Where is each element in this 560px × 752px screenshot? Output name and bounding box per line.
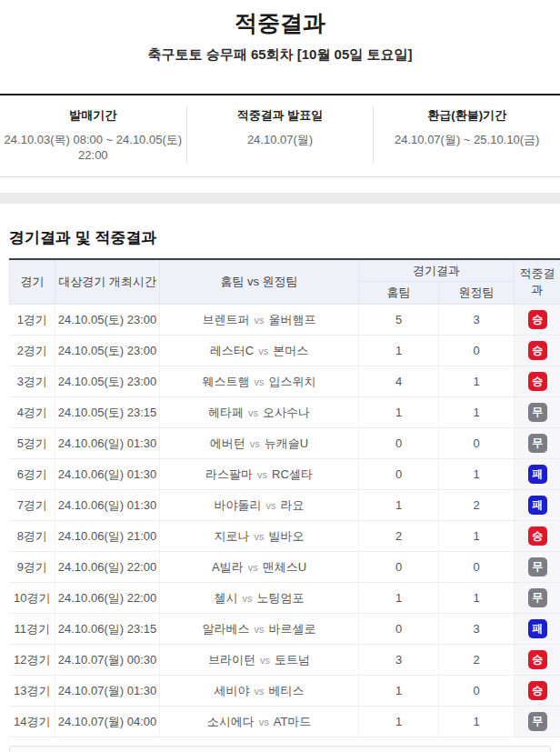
home-score: 0 [359,428,439,459]
vs-label: vs [254,346,273,356]
result-badge: 무 [528,434,547,453]
home-score: 0 [359,552,439,583]
info-value: 24.10.03(목) 08:00 ~ 24.10.05(토) 22:00 [0,132,186,162]
vs-label: vs [250,624,269,635]
table-row: 12경기 24.10.07(월) 00:30 브라이턴vs토트넘 3 2 승 [10,645,560,676]
home-score: 2 [359,521,439,552]
hit-result-cell: 패 [515,614,560,645]
game-number: 8경기 [10,521,55,552]
matchup: 라스팔마vsRC셀타 [160,459,359,490]
vs-label: vs [245,438,265,449]
game-number: 12경기 [10,645,55,676]
matchup: 세비야vs베티스 [160,676,359,707]
hit-result-cell: 승 [515,366,560,397]
hit-result-cell: 무 [515,583,560,614]
game-number: 1경기 [10,305,55,336]
game-number: 2경기 [10,336,55,366]
away-team: 오사수나 [263,406,310,419]
home-score: 3 [359,645,439,676]
game-time: 24.10.07(월) 00:30 [55,645,160,676]
table-row: 3경기 24.10.05(토) 23:00 웨스트햄vs입스위치 4 1 승 [10,366,560,397]
away-score: 1 [439,397,515,428]
col-header-away: 원정팀 [439,282,515,305]
vs-label: vs [250,686,269,697]
col-header-game: 경기 [10,259,55,305]
matchup: 알라베스vs바르셀로 [160,614,359,645]
game-time: 24.10.05(토) 23:00 [55,336,160,366]
results-table-body: 1경기 24.10.05(토) 23:00 브렌트퍼vs울버햄프 5 3 승 2… [10,305,560,737]
result-badge: 승 [528,310,547,329]
info-label: 환급(환불)기간 [374,107,560,124]
result-badge: 무 [528,557,547,577]
matchup: 브렌트퍼vs울버햄프 [160,305,359,336]
table-row: 5경기 24.10.06(일) 01:30 에버턴vs뉴캐슬U 0 0 무 [10,428,560,459]
info-refund-period: 환급(환불)기간 24.10.07(월) ~ 25.10.10(금) [373,107,560,162]
away-team: 빌바오 [269,529,305,543]
results-table: 경기 대상경기 개최시간 홈팀 vs 원정팀 경기결과 적중결과 홈팀 원정팀 … [9,258,560,738]
table-row: 6경기 24.10.06(일) 01:30 라스팔마vsRC셀타 0 1 패 [10,459,560,490]
home-team: 첼시 [215,591,238,605]
hit-result-cell: 승 [515,645,560,676]
home-team: A빌라 [212,560,244,574]
home-team: 세비야 [215,684,250,697]
game-time: 24.10.06(일) 22:00 [55,583,160,614]
hit-result-cell: 무 [515,428,560,459]
table-row: 1경기 24.10.05(토) 23:00 브렌트퍼vs울버햄프 5 3 승 [10,305,560,336]
game-number: 9경기 [10,552,55,583]
home-score: 1 [359,707,439,737]
home-team: 라스팔마 [205,467,253,481]
home-score: 1 [359,490,439,521]
away-team: AT마드 [274,715,312,728]
game-time: 24.10.05(토) 23:15 [55,397,160,428]
game-number: 7경기 [10,490,55,521]
game-number: 10경기 [10,583,55,614]
hit-result-cell: 패 [515,459,560,490]
matchup: 소시에다vsAT마드 [160,707,359,737]
home-team: 에버턴 [210,436,245,450]
vs-label: vs [250,376,269,387]
home-team: 알라베스 [203,622,250,636]
table-row: 10경기 24.10.06(일) 22:00 첼시vs노팅엄포 1 1 무 [10,583,560,614]
matchup: 바야돌리vs라요 [160,490,359,521]
away-score: 1 [439,583,515,614]
results-page: 적중결과 축구토토 승무패 65회차 [10월 05일 토요일] 발매기간 24… [0,0,560,752]
matchup: 첼시vs노팅엄포 [160,583,359,614]
home-score: 1 [359,583,439,614]
result-badge: 승 [528,372,547,391]
game-time: 24.10.06(일) 01:30 [55,428,160,459]
result-badge: 패 [528,496,547,515]
info-bar: 발매기간 24.10.03(목) 08:00 ~ 24.10.05(토) 22:… [0,94,560,177]
vs-label: vs [250,315,269,326]
home-team: 브렌트퍼 [203,313,250,326]
away-score: 0 [439,336,515,366]
table-row: 7경기 24.10.06(일) 01:30 바야돌리vs라요 1 2 패 [10,490,560,521]
hit-result-cell: 승 [515,305,560,336]
home-score: 0 [359,614,439,645]
col-header-result-group: 경기결과 [359,259,515,282]
result-badge: 승 [528,681,547,700]
matchup: 헤타페vs오사수나 [160,397,359,428]
home-team: 헤타페 [208,406,244,419]
away-score: 3 [439,614,515,645]
vs-label: vs [255,655,275,666]
vs-label: vs [250,531,269,542]
away-team: 노팅엄포 [257,591,305,605]
game-number: 11경기 [10,614,55,645]
matchup: A빌라vs맨체스U [160,552,359,583]
result-badge: 패 [528,619,547,638]
away-team: 바르셀로 [269,622,316,636]
game-time: 24.10.05(토) 23:00 [55,366,160,397]
away-score: 0 [439,428,515,459]
table-row: 13경기 24.10.07(월) 01:30 세비야vs베티스 1 0 승 [10,676,560,707]
matchup: 웨스트햄vs입스위치 [160,366,359,397]
result-badge: 승 [528,650,547,669]
page-subtitle: 축구토토 승무패 65회차 [10월 05일 토요일] [0,46,560,64]
col-header-hit: 적중결과 [515,259,560,305]
vs-label: vs [253,469,272,480]
home-team: 레스터C [210,344,254,357]
game-number: 3경기 [10,366,55,397]
result-badge: 승 [528,526,547,546]
away-team: 베티스 [269,684,305,697]
matchup: 레스터Cvs본머스 [160,336,359,366]
away-score: 3 [439,305,515,336]
